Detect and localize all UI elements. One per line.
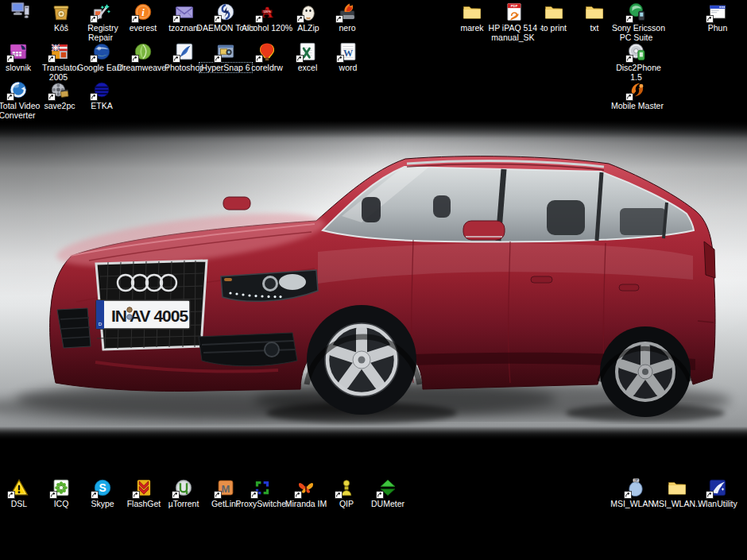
shortcut-arrow-icon	[296, 55, 304, 63]
desktop: D IN AV 4005	[0, 0, 747, 560]
door-handle	[619, 284, 639, 291]
desktop-icon-label: QIP	[337, 500, 356, 509]
dumeter-icon	[377, 477, 398, 498]
shortcut-arrow-icon	[90, 55, 98, 63]
shortcut-arrow-icon	[48, 93, 56, 101]
shortcut-arrow-icon	[706, 15, 714, 23]
desktop-icon-label: ETKA	[88, 102, 114, 111]
shortcut-arrow-icon	[335, 491, 343, 499]
desktop-icon-label: word	[337, 64, 360, 73]
zipfile-icon: ZIP	[625, 477, 646, 498]
svg-text:ZIP: ZIP	[634, 479, 638, 482]
shortcut-arrow-icon	[132, 491, 140, 499]
se-icon	[627, 2, 648, 22]
shortcut-arrow-icon	[294, 491, 302, 499]
door-handle	[531, 276, 552, 283]
shortcut-arrow-icon	[91, 491, 99, 499]
shortcut-arrow-icon	[335, 15, 343, 23]
mobilemaster-icon	[627, 79, 648, 100]
slovnik-icon	[8, 41, 29, 62]
shortcut-arrow-icon	[625, 93, 633, 101]
wlan-icon	[707, 477, 728, 498]
desktop-icon-label: Kôš	[52, 24, 71, 33]
wand-icon	[91, 2, 112, 22]
icq-icon	[51, 477, 72, 498]
excel-icon	[297, 41, 318, 62]
desktop-icon-wlanutility[interactable]: WlanUtility	[686, 477, 747, 509]
folder-icon	[667, 477, 687, 498]
shortcut-arrow-icon	[172, 55, 180, 63]
shortcut-arrow-icon	[131, 15, 139, 23]
desktop-icon-label: WlanUtility	[695, 500, 740, 509]
qip-icon	[336, 477, 357, 498]
svg-text:120%: 120%	[263, 10, 271, 14]
svg-text:W: W	[343, 48, 353, 59]
svg-text:M: M	[222, 483, 230, 495]
wallpaper-audi-a4-avant: D IN AV 4005	[0, 121, 747, 441]
desktop-icon-nero[interactable]: nero	[315, 2, 379, 33]
svg-text:D: D	[99, 322, 103, 326]
shortcut-arrow-icon	[90, 93, 98, 101]
desktop-icon-phun[interactable]: Phun	[686, 2, 747, 33]
globe-icon	[91, 41, 112, 62]
desktop-icon-word[interactable]: Wword	[316, 41, 380, 73]
desktop-icon-label: DSL	[9, 500, 29, 509]
tvc-icon	[8, 79, 29, 100]
balloon-icon	[257, 41, 277, 62]
trash-icon	[51, 2, 72, 22]
shortcut-arrow-icon	[214, 55, 222, 63]
alcohol-icon: A120%	[257, 2, 277, 22]
proxy-icon	[252, 477, 273, 498]
desktop-icon-label: ICQ	[52, 500, 72, 509]
shortcut-arrow-icon	[706, 491, 714, 499]
shortcut-arrow-icon	[7, 491, 15, 499]
shortcut-arrow-icon	[625, 15, 633, 23]
butterfly-icon	[296, 477, 316, 498]
front-wheel	[307, 305, 416, 415]
desktop-icon-label: DUMeter	[369, 500, 407, 509]
desktop-icon-dumeter[interactable]: DUMeter	[356, 477, 420, 509]
shortcut-arrow-icon	[172, 491, 180, 499]
shortcut-arrow-icon	[48, 55, 56, 63]
svg-text:PDF: PDF	[511, 4, 518, 8]
hypersnap-icon	[215, 41, 236, 62]
desktop-icon-label: Sony Ericsson PC Suite	[610, 24, 665, 42]
window-icon	[707, 2, 728, 22]
shortcut-arrow-icon	[131, 55, 139, 63]
dreamweaver-icon	[133, 41, 153, 62]
photoshop-icon	[174, 41, 195, 62]
shortcut-arrow-icon	[6, 55, 14, 63]
far-side-mirror	[223, 197, 250, 210]
skype-icon: S	[92, 477, 113, 498]
desktop-icon-label: nero	[336, 24, 358, 33]
svg-text:S: S	[99, 481, 106, 494]
warning-icon	[9, 477, 29, 498]
shortcut-arrow-icon	[250, 491, 258, 499]
desktop-icon-mobile-master[interactable]: Mobile Master	[606, 79, 669, 111]
fog-lamp	[265, 342, 279, 357]
desktop-icon-disc2phone[interactable]: Disc2Phone 1.5	[606, 41, 669, 82]
desktop-icon-label: txt	[587, 24, 601, 33]
computer-icon	[10, 0, 31, 21]
desktop-icon-label: Mobile Master	[609, 102, 666, 111]
nero-icon	[337, 2, 358, 22]
shortcut-arrow-icon	[296, 15, 304, 23]
shortcut-arrow-icon	[49, 491, 57, 499]
word-icon: W	[338, 41, 358, 62]
daemon-icon	[215, 2, 236, 22]
everest-icon: i	[133, 2, 153, 22]
shortcut-arrow-icon	[214, 491, 222, 499]
rear-wheel	[600, 326, 691, 417]
shortcut-arrow-icon	[376, 491, 384, 499]
etka-icon	[91, 79, 112, 100]
shortcut-arrow-icon	[172, 15, 180, 23]
shortcut-arrow-icon	[90, 15, 98, 23]
desktop-icon-etka[interactable]: ETKA	[70, 79, 134, 111]
folder-icon	[544, 2, 564, 22]
shortcut-arrow-icon	[255, 55, 263, 63]
shortcut-arrow-icon	[625, 55, 633, 63]
desktop-icon-sony-ericsson-pc-suite[interactable]: Sony Ericsson PC Suite	[606, 2, 669, 42]
filmreel-icon	[49, 79, 70, 100]
shortcut-arrow-icon	[336, 55, 344, 63]
desktop-icon-label: Phun	[706, 24, 730, 33]
